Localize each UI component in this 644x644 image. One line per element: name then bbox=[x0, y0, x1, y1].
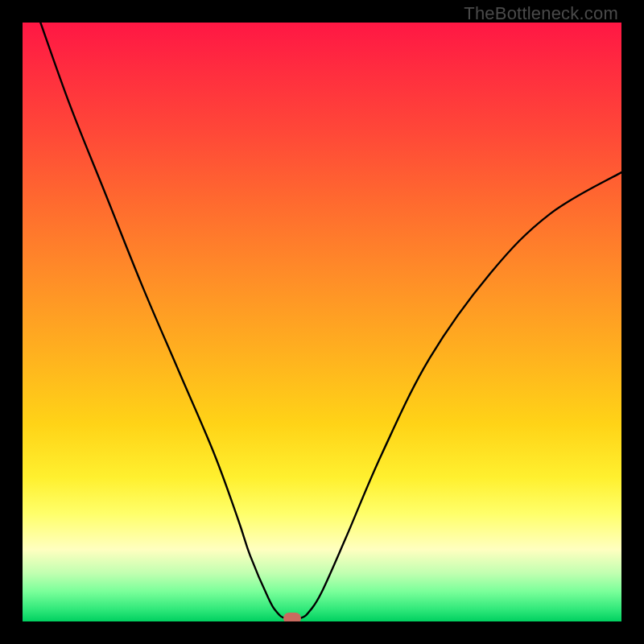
watermark-text: TheBottleneck.com bbox=[464, 3, 618, 24]
plot-area bbox=[23, 23, 621, 621]
optimal-point-marker bbox=[283, 613, 301, 621]
bottleneck-curve bbox=[40, 23, 621, 619]
curve-svg bbox=[23, 23, 621, 621]
chart-frame: TheBottleneck.com bbox=[0, 0, 644, 644]
